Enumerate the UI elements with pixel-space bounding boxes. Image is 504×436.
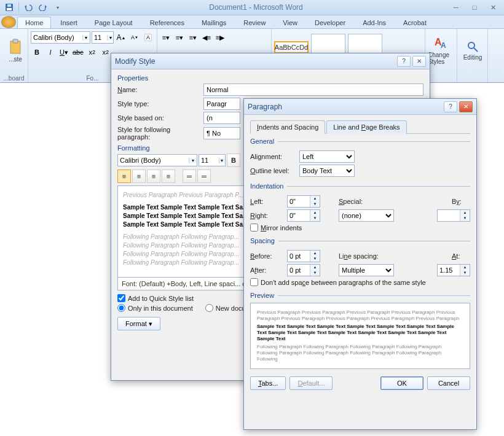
close-button[interactable]: ✕ (484, 2, 502, 13)
tab-insert[interactable]: Insert (52, 17, 85, 28)
clipboard-group-label: ...board (0, 75, 28, 82)
indent-left-spinner[interactable]: ▲▼ (287, 195, 320, 208)
align-justify-icon[interactable]: ≡ (162, 169, 175, 183)
cancel-button[interactable]: Cancel (427, 376, 470, 390)
window-title: Document1 - Microsoft Word (65, 3, 447, 12)
tab-page-layout[interactable]: Page Layout (87, 17, 141, 28)
svg-line-8 (474, 48, 478, 52)
after-spinner[interactable]: ▲▼ (287, 264, 320, 276)
tab-indents[interactable]: IIndents and Spacingndents and Spacing (250, 120, 325, 134)
type-label: Style type: (117, 100, 203, 107)
help-button[interactable]: ? (397, 56, 411, 67)
fmt-size-combo[interactable]: ▾ (199, 154, 226, 166)
default-button[interactable]: Default... (289, 376, 333, 390)
superscript-button[interactable]: x2 (100, 46, 112, 58)
increase-indent-icon[interactable]: ≡▶ (214, 31, 226, 44)
tab-review[interactable]: Review (235, 17, 274, 28)
change-styles-button[interactable]: AA Change Styles (428, 30, 454, 71)
numbering-icon[interactable]: ≡▾ (173, 31, 186, 44)
svg-rect-2 (7, 4, 11, 7)
special-label: Special: (339, 198, 372, 205)
noaddspace-checkbox[interactable] (250, 278, 258, 286)
maximize-button[interactable]: □ (466, 2, 483, 13)
align-center-icon[interactable]: ≡ (132, 169, 146, 183)
type-select[interactable] (203, 98, 240, 110)
add-quick-checkbox[interactable] (117, 294, 125, 302)
align-left-icon[interactable]: ≡ (117, 169, 131, 183)
by-label: By: (452, 198, 470, 205)
grow-font-icon[interactable]: A▲ (115, 31, 127, 44)
linespacing-label: Line spacing: (339, 252, 388, 260)
editing-button[interactable]: Editing (460, 30, 486, 71)
tab-acrobat[interactable]: Acrobat (395, 17, 435, 28)
outline-select[interactable]: Body Text (299, 165, 355, 177)
linespace15-icon[interactable]: ═ (197, 169, 211, 183)
multilevel-icon[interactable]: ≡▾ (187, 31, 199, 44)
general-legend: General (250, 138, 278, 145)
indent-left-label: Left: (250, 198, 287, 205)
preview-box: Previous Paragraph Previous Paragraph Pr… (250, 303, 470, 369)
para-help-button[interactable]: ? (444, 101, 457, 112)
preview-legend: Preview (250, 292, 278, 299)
name-label: Name: (117, 86, 203, 93)
mirror-checkbox[interactable] (250, 224, 258, 232)
at-spinner[interactable]: ▲▼ (437, 264, 470, 276)
italic-button[interactable]: I (44, 46, 57, 58)
minimize-button[interactable]: ─ (447, 2, 465, 13)
quick-access-toolbar: ▾ (2, 1, 65, 14)
paste-button[interactable]: ...ste (2, 30, 28, 71)
indent-right-spinner[interactable]: ▲▼ (287, 209, 320, 222)
font-name-combo[interactable]: ▾ (31, 31, 90, 44)
clear-format-icon[interactable]: A (142, 31, 154, 44)
ok-button[interactable]: OK (380, 376, 423, 390)
shrink-font-icon[interactable]: A▼ (128, 31, 141, 44)
bold-button[interactable]: B (31, 46, 43, 58)
format-button[interactable]: Format ▾ (117, 317, 160, 330)
following-label: Style for following paragraph: (117, 126, 203, 141)
close-button[interactable]: ✕ (412, 56, 426, 67)
linespace1-icon[interactable]: ═ (183, 169, 196, 183)
paragraph-dialog: Paragraph ? ✕ IIndents and Spacingndents… (243, 98, 477, 430)
tab-view[interactable]: View (275, 17, 305, 28)
font-size-combo[interactable]: ▾ (92, 31, 114, 44)
align-right-icon[interactable]: ≡ (147, 169, 160, 183)
based-select[interactable] (203, 112, 240, 124)
fmt-bold[interactable]: B (227, 154, 240, 167)
spacing-legend: Spacing (250, 237, 278, 244)
undo-icon[interactable] (22, 1, 35, 14)
tab-addins[interactable]: Add-Ins (355, 17, 394, 28)
tab-home[interactable]: Home (17, 17, 51, 28)
title-bar: ▾ Document1 - Microsoft Word ─ □ ✕ (0, 0, 504, 15)
save-icon[interactable] (2, 1, 16, 14)
qat-dropdown-icon[interactable]: ▾ (51, 1, 65, 14)
special-select[interactable]: (none) (339, 209, 394, 222)
alignment-select[interactable]: Left (299, 150, 355, 163)
decrease-indent-icon[interactable]: ◀≡ (200, 31, 213, 44)
linespacing-select[interactable]: Multiple (339, 264, 394, 276)
paste-label: ...ste (9, 56, 22, 63)
para-title: Paragraph (248, 103, 282, 111)
only-doc-radio[interactable] (117, 304, 125, 312)
redo-icon[interactable] (36, 1, 50, 14)
fmt-font-combo[interactable]: ▾ (117, 154, 197, 166)
tabs-button[interactable]: Tabs... (250, 376, 286, 390)
before-spinner[interactable]: ▲▼ (287, 250, 320, 262)
outline-label: Outline level: (250, 167, 299, 174)
para-close-button[interactable]: ✕ (459, 101, 473, 112)
style-normal[interactable]: AaBbCcDd (274, 41, 309, 53)
tab-mailings[interactable]: Mailings (194, 17, 234, 28)
bullets-icon[interactable]: ≡▾ (160, 31, 172, 44)
name-input[interactable] (203, 84, 423, 96)
by-spinner[interactable]: ▲▼ (437, 209, 470, 222)
tab-references[interactable]: References (142, 17, 192, 28)
new-doc-radio[interactable] (205, 304, 213, 312)
underline-button[interactable]: U▾ (58, 46, 70, 58)
tab-breaks[interactable]: Line and Page Breaks (326, 120, 406, 134)
based-label: Style based on: (117, 114, 203, 122)
subscript-button[interactable]: x2 (86, 46, 98, 58)
tab-developer[interactable]: Developer (307, 17, 353, 28)
strike-button[interactable]: abc (71, 46, 85, 58)
following-select[interactable] (203, 127, 240, 139)
office-button[interactable] (1, 16, 16, 28)
after-label: After: (250, 267, 287, 274)
